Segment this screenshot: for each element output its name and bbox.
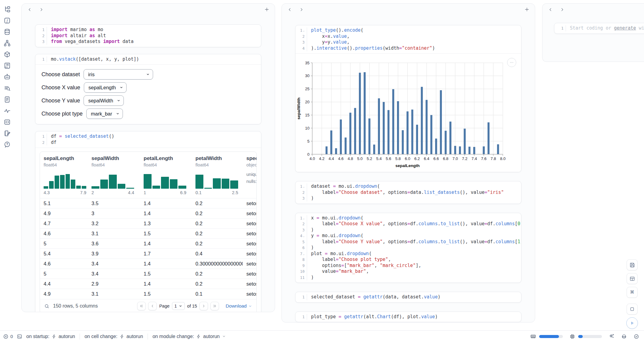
previous-page-button[interactable] — [148, 302, 157, 310]
terminal-button[interactable] — [17, 334, 22, 339]
help-icon[interactable]: ? — [3, 141, 11, 148]
table-cell: 1.7 — [140, 249, 192, 259]
table-row[interactable]: 5.43.91.70.4setosa — [40, 249, 256, 259]
runtime-config-3[interactable]: on module change:autorun — [152, 334, 226, 339]
code-line[interactable]: 3 y=y.value, — [295, 39, 521, 45]
dropdown-select[interactable]: iris — [84, 69, 153, 80]
table-row[interactable]: 4.42.91.40.2setosa — [40, 279, 256, 289]
code-line[interactable]: 1⌄x = mo.ui.dropdown( — [295, 215, 521, 221]
code-line[interactable]: 4⌄y = mo.ui.dropdown( — [295, 233, 521, 239]
chat-icon[interactable] — [3, 73, 11, 80]
code-line[interactable]: 11) — [295, 275, 521, 281]
file-explorer-icon[interactable] — [3, 5, 11, 13]
code-line[interactable]: 2df — [35, 140, 261, 146]
altair-bar-chart[interactable]: 4.04.24.44.64.85.05.25.45.65.86.06.26.46… — [295, 55, 521, 171]
packages-icon[interactable] — [3, 51, 11, 58]
code-line[interactable]: 3) — [295, 195, 521, 201]
last-page-button[interactable] — [210, 302, 219, 310]
add-column-button[interactable] — [523, 6, 531, 13]
datasources-icon[interactable] — [3, 28, 11, 35]
documentation-icon[interactable] — [3, 96, 11, 103]
runtime-config-1[interactable]: on startup:autorun — [26, 334, 75, 339]
code-line[interactable]: 6) — [295, 245, 521, 251]
code-line[interactable]: 5 label="Choose Y value", options=df.col… — [295, 239, 521, 245]
table-cell: setosa — [243, 269, 256, 279]
snippets-icon[interactable] — [3, 84, 11, 92]
table-row[interactable]: 4.93.11.50.1setosa — [40, 289, 256, 299]
table-search-button[interactable] — [44, 304, 49, 309]
code-line[interactable]: 1selected_dataset = getattr(data, datase… — [295, 294, 521, 300]
table-row[interactable]: 53.41.50.2setosa — [40, 269, 256, 279]
table-row[interactable]: 4.63.41.40.30000000000000004setosa — [40, 259, 256, 269]
first-page-button[interactable] — [137, 302, 146, 310]
column-header[interactable]: sepalLengthfloat644.37.9 — [40, 152, 88, 198]
code-line[interactable]: 1Start coding or generate with AI. — [554, 25, 644, 31]
code-line[interactable]: 8 label="Choose plot type", — [295, 257, 521, 263]
code-line[interactable]: 7⌄plot = mo.ui.dropdown( — [295, 251, 521, 257]
connection-status-button[interactable] — [634, 334, 639, 339]
new-cell-button[interactable] — [627, 304, 638, 315]
chart-actions-button[interactable] — [507, 58, 516, 67]
table-cell: 0.4 — [192, 249, 243, 259]
code-line[interactable]: 1df = selected_dataset() — [35, 134, 261, 140]
ai-assistant-button[interactable] — [609, 333, 614, 339]
column-header[interactable]: sepalWidthfloat6424.4 — [88, 152, 140, 198]
panel-move-right-button[interactable] — [298, 6, 305, 13]
code-line[interactable]: 1⌄plot_type().encode( — [295, 27, 521, 34]
save-button[interactable] — [627, 259, 638, 270]
next-page-button[interactable] — [199, 302, 208, 310]
code-line[interactable]: 2import altair as alt — [35, 33, 261, 39]
dropdown-select[interactable]: sepalLength — [84, 82, 127, 93]
panel-move-right-button[interactable] — [38, 6, 45, 13]
code-line[interactable]: 2 x=x.value, — [295, 34, 521, 40]
line-number: 8 — [295, 257, 307, 263]
code-line[interactable]: 2 label="Choose dataset", options=data.l… — [295, 190, 521, 196]
code-line[interactable]: 1mo.vstack([dataset, x, y, plot]) — [35, 56, 261, 62]
column-header[interactable]: petalWidthfloat640.12.5 — [192, 152, 243, 198]
table-row[interactable]: 4.63.11.50.2setosa — [40, 229, 256, 239]
column-header[interactable]: speciesobjectunique:nulls: — [243, 152, 256, 198]
logs-icon[interactable] — [3, 62, 11, 69]
table-row[interactable]: 53.61.40.2setosa — [40, 239, 256, 249]
code-line[interactable]: 1import marimo as mo — [35, 27, 261, 33]
table-row[interactable]: 4.73.21.30.2setosa — [40, 219, 256, 229]
panel-move-right-button[interactable] — [558, 6, 566, 13]
keyboard-shortcuts-button[interactable]: ⌘ — [627, 287, 638, 298]
code-line[interactable]: 10 value="mark_bar", — [295, 269, 521, 275]
svg-text:0: 0 — [307, 152, 309, 157]
code-line[interactable]: 4).interactive().properties(width="conta… — [295, 45, 521, 52]
copilot-button[interactable] — [621, 333, 627, 339]
code-line[interactable]: 1plot_type = getattr(alt.Chart(df), plot… — [295, 314, 521, 320]
code-line[interactable]: 3) — [295, 227, 521, 233]
run-button[interactable] — [626, 317, 638, 329]
code-line[interactable]: 3from vega_datasets import data — [35, 39, 261, 45]
tracing-icon[interactable] — [3, 107, 11, 114]
runtime-config-2[interactable]: on cell change:autorun — [84, 334, 143, 339]
outputs-icon[interactable] — [3, 118, 11, 126]
panel-move-left-button[interactable] — [286, 6, 293, 13]
column-header[interactable]: petalLengthfloat6416.9 — [140, 152, 192, 198]
dropdown-value: sepalWidth — [88, 98, 113, 104]
empty-code-cell[interactable]: 1Start coding or generate with AI. — [554, 23, 644, 34]
table-row[interactable]: 5.13.51.40.2setosa — [40, 198, 256, 208]
table-row[interactable]: 4.931.40.2setosa — [40, 208, 256, 219]
functions-icon[interactable]: f — [3, 17, 11, 24]
dropdown-select[interactable]: sepalWidth — [84, 95, 124, 106]
dropdown-select[interactable]: mark_bar — [86, 109, 123, 119]
download-button[interactable]: Download — [226, 303, 252, 309]
error-indicator[interactable]: 0 — [3, 334, 13, 339]
column-stats: unique:nulls: — [246, 171, 256, 185]
panel-move-left-button[interactable] — [547, 6, 554, 13]
add-column-button[interactable] — [263, 6, 270, 13]
svg-text:10: 10 — [305, 126, 309, 130]
code-line[interactable]: 9 options=["mark_bar", "mark_circle"], — [295, 263, 521, 269]
scratchpad-icon[interactable] — [3, 130, 11, 137]
app-preview-button[interactable] — [627, 273, 638, 284]
code-line[interactable]: 2 label="Choose X value", options=df.col… — [295, 221, 521, 227]
code-line[interactable]: 1⌄dataset = mo.ui.dropdown( — [295, 183, 521, 190]
dependency-graph-icon[interactable] — [3, 39, 11, 47]
fold-chevron-icon: ⌄ — [303, 184, 305, 190]
panel-move-left-button[interactable] — [26, 6, 33, 13]
table-cell: setosa — [243, 208, 256, 219]
page-select[interactable]: 1 — [172, 302, 185, 310]
